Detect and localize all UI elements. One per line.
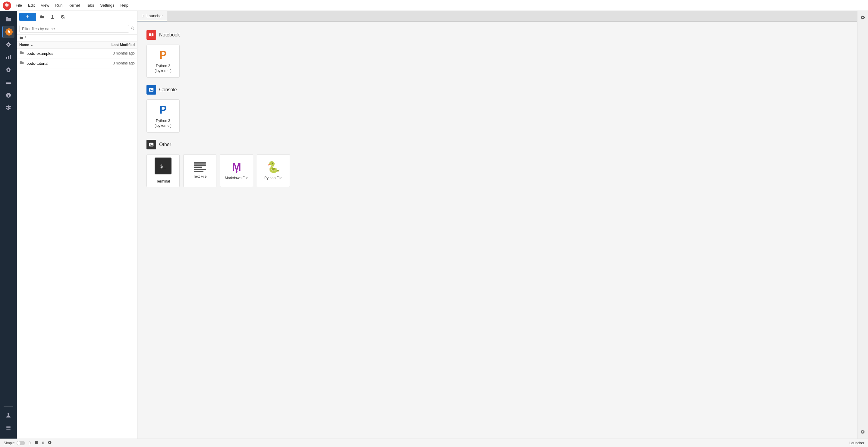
search-input[interactable] <box>19 25 129 33</box>
markdown-label: Markdown File <box>225 176 248 181</box>
upload-button[interactable] <box>48 13 57 21</box>
terminal-icon: $_ <box>155 158 172 177</box>
search-icon <box>130 26 135 31</box>
console-grid: P Python 3(ipykernel) <box>147 99 848 132</box>
file-breadcrumb: / <box>17 35 137 41</box>
terminal-label: Terminal <box>156 179 170 184</box>
other-section-icon <box>147 140 156 150</box>
sidebar-bottom <box>2 409 14 436</box>
notebook-section-icon <box>147 30 156 40</box>
sidebar-item-folder[interactable] <box>2 13 14 25</box>
sidebar-item-config[interactable] <box>2 64 14 76</box>
markdown-icon: M ▼ <box>232 161 241 173</box>
launcher-panel: Notebook P Python 3(ipykernel) Console P… <box>137 22 857 439</box>
launcher-card-markdown[interactable]: M ▼ Markdown File <box>220 154 253 187</box>
python-file-icon: 🐍 <box>267 161 280 173</box>
sidebar-item-analytics[interactable] <box>2 51 14 63</box>
menu-help[interactable]: Help <box>118 2 131 9</box>
menu-view[interactable]: View <box>38 2 52 9</box>
sidebar-item-python[interactable]: b <box>2 26 14 38</box>
card-label: Python 3(ipykernel) <box>155 64 172 73</box>
col-modified-header[interactable]: Last Modified <box>93 43 135 47</box>
file-toolbar: + <box>17 11 137 23</box>
status-right-label: Launcher <box>849 441 864 445</box>
card-label: Python 3(ipykernel) <box>155 119 172 128</box>
kernel-status-icon <box>34 440 38 446</box>
notebook-title: Notebook <box>159 32 180 38</box>
file-modified: 3 months ago <box>93 61 135 65</box>
icon-sidebar: b <box>0 11 17 439</box>
toggle-knob <box>17 441 21 445</box>
other-grid: $_ Terminal Text File <box>147 154 848 187</box>
file-panel: + / <box>17 11 137 439</box>
table-row[interactable]: bodo-examples 3 months ago <box>17 49 137 58</box>
refresh-icon <box>60 14 65 19</box>
simple-mode-label: Simple <box>4 441 15 445</box>
tab-launcher[interactable]: ⊞ Launcher <box>137 11 167 21</box>
folder-icon <box>19 50 24 56</box>
python-blue-icon: P <box>159 104 167 116</box>
file-table: bodo-examples 3 months ago bodo-tutorial… <box>17 49 137 439</box>
settings-gear-status[interactable] <box>48 440 52 446</box>
console-title: Console <box>159 87 177 93</box>
tab-label: Launcher <box>147 13 163 18</box>
main-container: b <box>0 11 868 439</box>
other-title: Other <box>159 142 171 147</box>
breadcrumb-path: / <box>25 36 26 40</box>
breadcrumb-folder-icon <box>19 36 24 40</box>
toggle-track[interactable] <box>17 441 25 445</box>
app-logo <box>2 1 11 10</box>
launcher-card-terminal[interactable]: $_ Terminal <box>147 154 180 187</box>
right-settings-icon[interactable] <box>859 13 867 22</box>
new-launcher-button[interactable]: + <box>19 13 36 21</box>
console-section-title: Console <box>147 85 848 95</box>
col-name-header[interactable]: Name ▲ <box>19 43 93 47</box>
file-search-bar <box>17 23 137 35</box>
plus-icon: + <box>26 14 30 20</box>
launcher-card-python-file[interactable]: 🐍 Python File <box>257 154 290 187</box>
sidebar-top: b <box>2 13 14 404</box>
refresh-button[interactable] <box>59 13 67 21</box>
new-folder-button[interactable] <box>38 13 46 21</box>
console-section-icon <box>147 85 156 95</box>
sidebar-item-user[interactable] <box>2 409 14 421</box>
menu-edit[interactable]: Edit <box>26 2 37 9</box>
file-name: bodo-examples <box>27 51 93 56</box>
python-file-label: Python File <box>264 176 282 181</box>
sort-arrow-icon: ▲ <box>30 43 33 47</box>
tab-bar: ⊞ Launcher <box>137 11 857 22</box>
bodo-icon: b <box>5 28 13 36</box>
menu-settings[interactable]: Settings <box>98 2 117 9</box>
table-row[interactable]: bodo-tutorial 3 months ago <box>17 58 137 68</box>
sidebar-item-help[interactable] <box>2 89 14 101</box>
launcher-tab-icon: ⊞ <box>142 14 145 18</box>
sidebar-item-extensions[interactable] <box>2 102 14 114</box>
file-modified: 3 months ago <box>93 51 135 56</box>
launcher-card-python3-notebook[interactable]: P Python 3(ipykernel) <box>147 44 180 78</box>
menubar: File Edit View Run Kernel Tabs Settings … <box>0 0 868 11</box>
textfile-icon <box>194 162 206 172</box>
folder-icon <box>40 14 44 19</box>
menu-tabs[interactable]: Tabs <box>84 2 96 9</box>
menu-kernel[interactable]: Kernel <box>66 2 82 9</box>
status-count1: 0 <box>29 441 31 445</box>
python-orange-icon: P <box>159 49 167 61</box>
launcher-card-textfile[interactable]: Text File <box>183 154 216 187</box>
launcher-card-python3-console[interactable]: P Python 3(ipykernel) <box>147 99 180 132</box>
menu-run[interactable]: Run <box>53 2 65 9</box>
menu-file[interactable]: File <box>13 2 24 9</box>
status-count2: 0 <box>42 441 44 445</box>
right-gear-icon[interactable] <box>859 428 867 436</box>
svg-rect-1 <box>35 441 38 444</box>
sidebar-item-list[interactable] <box>2 76 14 89</box>
status-bar: Simple 0 0 Launcher <box>0 439 868 447</box>
simple-mode-toggle[interactable]: Simple <box>4 441 25 445</box>
sidebar-item-settings[interactable] <box>2 38 14 51</box>
sidebar-divider <box>4 406 13 407</box>
right-sidebar <box>857 11 868 439</box>
folder-icon <box>19 60 24 66</box>
file-name: bodo-tutorial <box>27 61 93 66</box>
upload-icon <box>50 14 55 19</box>
notebook-grid: P Python 3(ipykernel) <box>147 44 848 78</box>
sidebar-item-menu[interactable] <box>2 422 14 434</box>
